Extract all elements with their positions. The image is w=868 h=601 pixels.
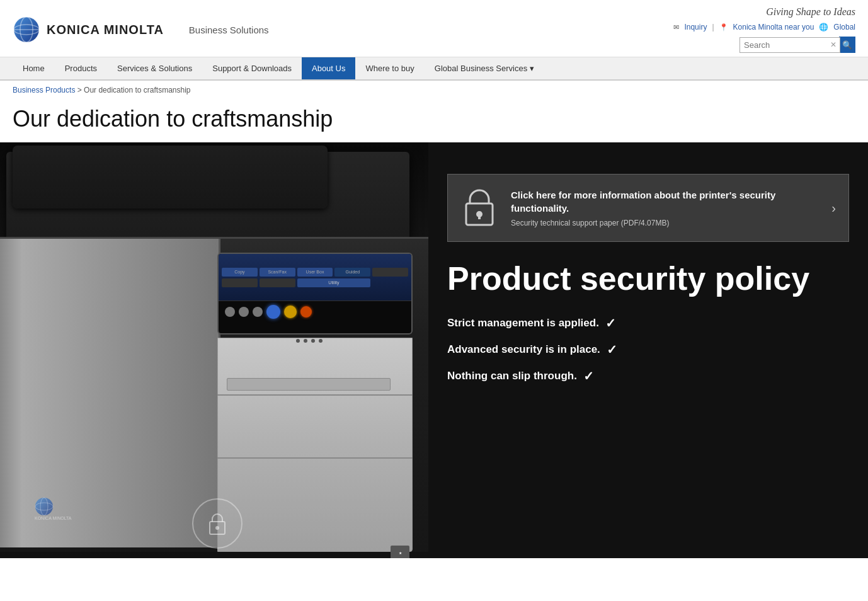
policy-item-3: Nothing can slip through. ✓: [447, 369, 849, 384]
policy-title: Product security policy: [447, 261, 849, 297]
nav-home[interactable]: Home: [13, 57, 55, 79]
breadcrumb-parent[interactable]: Business Products: [13, 86, 75, 94]
logo-text: KONICA MINOLTA: [47, 23, 164, 37]
lock-circle-decoration: [192, 498, 243, 549]
nav-bar: Home Products Services & Solutions Suppo…: [0, 57, 868, 81]
konica-minolta-logo: [13, 16, 40, 43]
check-icon-2: ✓: [607, 342, 617, 357]
policy-item-2: Advanced security is in place. ✓: [447, 342, 849, 357]
policy-section: Product security policy Strict managemen…: [447, 261, 849, 395]
security-card-title: Click here for more information about th…: [511, 188, 819, 215]
security-card-text: Click here for more information about th…: [511, 188, 819, 227]
svg-point-9: [215, 526, 219, 530]
logo-area: KONICA MINOLTA Business Solutions: [13, 16, 269, 43]
search-input[interactable]: [740, 37, 840, 53]
check-icon-3: ✓: [583, 369, 594, 384]
arrow-right-icon: ›: [831, 201, 836, 215]
konica-logo-small: KONICA MINOLTA: [31, 494, 71, 520]
security-card-subtitle: Security technical support paper (PDF/4.…: [511, 219, 819, 227]
business-solutions-link[interactable]: Business Solutions: [189, 25, 269, 35]
hero-banner: Copy Scan/Fax User Box Guided Utility: [0, 142, 868, 558]
check-icon-1: ✓: [605, 316, 616, 331]
security-info-card[interactable]: Click here for more information about th…: [447, 174, 849, 242]
breadcrumb-separator: >: [77, 86, 84, 94]
breadcrumb-current: Our dedication to craftsmanship: [84, 86, 190, 94]
policy-text-1: Strict management is applied.: [447, 317, 599, 329]
inquiry-link[interactable]: Inquiry: [684, 23, 707, 31]
global-link[interactable]: Global: [833, 23, 855, 31]
svg-point-5: [35, 498, 53, 515]
nav-about-us[interactable]: About Us: [302, 57, 355, 79]
tagline: Giving Shape to Ideas: [766, 6, 855, 18]
header: KONICA MINOLTA Business Solutions Giving…: [0, 0, 868, 57]
printer-area: Copy Scan/Fax User Box Guided Utility: [0, 142, 428, 558]
nav-global-business[interactable]: Global Business Services ▾: [425, 57, 544, 79]
policy-text-3: Nothing can slip through.: [447, 370, 577, 382]
search-button[interactable]: 🔍: [839, 37, 855, 53]
top-links: ✉ Inquiry | 📍 Konica Minolta near you 🌐 …: [673, 23, 855, 31]
breadcrumb: Business Products > Our dedication to cr…: [0, 81, 868, 100]
near-you-icon: 📍: [719, 23, 728, 31]
nav-products[interactable]: Products: [55, 57, 107, 79]
policy-text-2: Advanced security is in place.: [447, 343, 600, 356]
hero-content-right: Click here for more information about th…: [428, 142, 868, 558]
nav-support[interactable]: Support & Downloads: [202, 57, 302, 79]
top-right: Giving Shape to Ideas ✉ Inquiry | 📍 Koni…: [673, 6, 855, 53]
nav-services[interactable]: Services & Solutions: [107, 57, 202, 79]
search-area: ✕ 🔍: [740, 37, 855, 53]
policy-item-1: Strict management is applied. ✓: [447, 316, 849, 331]
lock-icon-large: [460, 186, 498, 230]
search-clear-icon[interactable]: ✕: [830, 40, 837, 49]
svg-rect-12: [478, 214, 481, 219]
near-you-link[interactable]: Konica Minolta near you: [733, 23, 814, 31]
nav-where-to-buy[interactable]: Where to buy: [355, 57, 424, 79]
page-title-area: Our dedication to craftsmanship: [0, 100, 868, 142]
page-title: Our dedication to craftsmanship: [13, 106, 855, 132]
globe-icon: 🌐: [819, 23, 828, 31]
inquiry-icon: ✉: [673, 23, 679, 31]
